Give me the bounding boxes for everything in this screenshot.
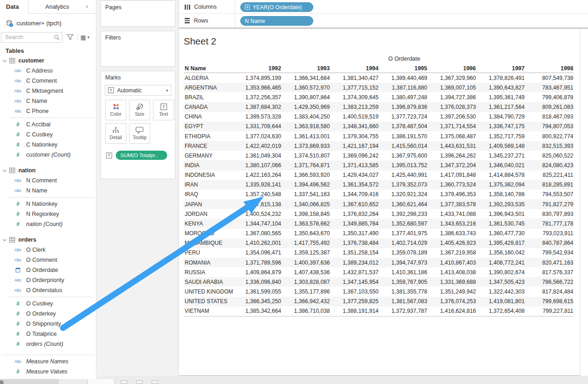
new-story-icon[interactable]: [152, 380, 158, 384]
value-cell[interactable]: 1,372,256,357: [235, 94, 281, 101]
value-cell[interactable]: 1,363,918,580: [281, 123, 330, 130]
value-cell[interactable]: 1,400,519,519: [330, 113, 379, 120]
value-cell[interactable]: 1,429,434,027: [330, 172, 379, 178]
value-cell[interactable]: 1,366,341,684: [281, 75, 330, 81]
value-cell[interactable]: 1,385,342,664: [235, 308, 281, 314]
column-field-header[interactable]: O Orderdate: [235, 56, 573, 62]
table-row[interactable]: PERU1,354,096,4711,359,125,3871,351,258,…: [184, 248, 573, 258]
value-cell[interactable]: 794,553,507: [525, 191, 573, 198]
value-cell[interactable]: 1,367,080,565: [235, 230, 281, 237]
table-row[interactable]: JORDAN1,400,524,2321,398,158,8451,376,83…: [184, 209, 573, 219]
value-cell[interactable]: 1,344,709,416: [330, 191, 379, 198]
value-cell[interactable]: 1,410,867,403: [427, 260, 476, 266]
marks-pill-sum-totalprice[interactable]: SUM(O Totalpr..: [116, 151, 167, 160]
table-group-header-orders[interactable]: orders: [0, 235, 96, 245]
value-cell[interactable]: 1,367,975,600: [379, 152, 427, 159]
field-c-comment[interactable]: C Comment: [0, 76, 96, 86]
value-cell[interactable]: 1,387,116,880: [379, 85, 427, 91]
row-header[interactable]: INDONESIA: [184, 172, 235, 178]
row-header[interactable]: VIETNAM: [184, 308, 235, 314]
value-cell[interactable]: 783,467,951: [525, 85, 573, 91]
value-cell[interactable]: 1,353,966,465: [235, 85, 281, 91]
value-cell[interactable]: 1,337,541,163: [281, 191, 330, 198]
value-cell[interactable]: 1,397,206,530: [427, 113, 476, 120]
value-cell[interactable]: 1,410,361,186: [379, 269, 427, 276]
value-cell[interactable]: 1,389,234,012: [330, 260, 379, 266]
value-cell[interactable]: 1,383,404,250: [281, 113, 330, 120]
active-sheet-tab-fragment[interactable]: [87, 379, 115, 384]
value-cell[interactable]: 1,390,802,674: [476, 269, 525, 276]
row-header[interactable]: ROMANIA: [184, 260, 235, 266]
value-cell[interactable]: 1,399,573,328: [235, 113, 281, 120]
datasource-tab-fragment[interactable]: [0, 379, 59, 384]
value-cell[interactable]: 1,359,767,905: [379, 279, 427, 285]
value-cell[interactable]: 1,421,167,194: [330, 143, 379, 149]
value-cell[interactable]: 1,388,191,914: [330, 308, 379, 314]
value-cell[interactable]: 1,395,361,749: [476, 94, 525, 101]
value-cell[interactable]: 1,348,341,660: [330, 123, 379, 130]
value-cell[interactable]: 1,390,643,827: [476, 85, 525, 91]
value-cell[interactable]: 1,407,438,536: [281, 269, 330, 276]
value-cell[interactable]: 1,340,066,825: [281, 201, 330, 208]
table-row[interactable]: UNITED KINGDOM1,361,599,0551,355,177,896…: [184, 287, 573, 296]
value-cell[interactable]: 1,413,408,038: [427, 269, 476, 276]
field-orders-count[interactable]: orders (Count): [0, 339, 96, 349]
value-cell[interactable]: 1,380,107,066: [235, 162, 281, 169]
value-cell[interactable]: 1,433,741,088: [427, 211, 476, 217]
value-cell[interactable]: 1,394,747,973: [379, 260, 427, 266]
value-cell[interactable]: 1,360,477,730: [476, 230, 525, 237]
value-cell[interactable]: 1,405,426,923: [427, 240, 476, 246]
field-customer-count[interactable]: customer (Count): [0, 150, 96, 160]
value-cell[interactable]: 820,471,163: [525, 260, 573, 266]
row-header[interactable]: GERMANY: [184, 152, 235, 159]
value-cell[interactable]: 1,386,191,570: [379, 133, 427, 140]
value-cell[interactable]: 1,395,013,752: [379, 162, 427, 169]
field-o-orderdate[interactable]: O Orderdate: [0, 265, 96, 275]
year-header-1997[interactable]: 1997: [476, 65, 525, 72]
value-cell[interactable]: 1,366,345,250: [235, 298, 281, 305]
field-measure-names[interactable]: Measure Names: [0, 356, 96, 367]
table-row[interactable]: MOZAMBIQUE1,410,262,0011,417,755,4921,37…: [184, 238, 573, 248]
tab-data[interactable]: Data: [0, 0, 28, 14]
row-header[interactable]: KENYA: [184, 220, 235, 227]
field-o-comment[interactable]: O Comment: [0, 255, 96, 265]
table-row[interactable]: KENYA1,344,747,1041,363,578,6621,349,885…: [184, 219, 573, 228]
field-c-acctbal[interactable]: C Acctbal: [0, 119, 96, 130]
value-cell[interactable]: 1,347,615,138: [235, 201, 281, 208]
row-header[interactable]: PERU: [184, 249, 235, 256]
value-cell[interactable]: 799,542,934: [525, 249, 573, 256]
value-cell[interactable]: 786,566,722: [525, 279, 573, 285]
row-header[interactable]: CANADA: [184, 104, 235, 110]
value-cell[interactable]: 1,419,081,801: [476, 298, 525, 305]
row-header[interactable]: CHINA: [184, 113, 235, 120]
size-button[interactable]: Size: [129, 100, 150, 120]
table-row[interactable]: BRAZIL1,372,256,3571,390,807,8641,374,30…: [184, 92, 573, 102]
row-header[interactable]: UNITED KINGDOM: [184, 288, 235, 295]
value-cell[interactable]: 1,352,717,759: [476, 133, 525, 140]
value-cell[interactable]: 1,375,068,487: [427, 133, 476, 140]
row-header[interactable]: JAPAN: [184, 201, 235, 208]
table-row[interactable]: ARGENTINA1,353,966,4651,360,572,9701,377…: [184, 83, 573, 92]
filter-fields-icon[interactable]: [67, 34, 74, 40]
chevron-down-icon[interactable]: [3, 237, 6, 241]
year-header-1998[interactable]: 1998: [525, 65, 573, 72]
table-row[interactable]: ALGERIA1,374,895,1991,366,341,6841,381,3…: [184, 73, 573, 83]
value-cell[interactable]: 1,417,091,848: [427, 172, 476, 178]
expand-plus-icon[interactable]: [245, 5, 250, 10]
value-cell[interactable]: 817,576,337: [525, 269, 573, 276]
value-cell[interactable]: 818,285,891: [525, 181, 573, 188]
field-o-orderpriority[interactable]: O Orderpriority: [0, 275, 96, 285]
value-cell[interactable]: 1,372,654,408: [476, 308, 525, 314]
value-cell[interactable]: 1,361,530,745: [476, 220, 525, 227]
table-row[interactable]: INDONESIA1,422,163,2641,366,593,9201,429…: [184, 170, 573, 180]
value-cell[interactable]: 1,395,429,817: [476, 240, 525, 246]
value-cell[interactable]: 799,406,878: [525, 94, 573, 101]
value-cell[interactable]: 1,400,524,232: [235, 211, 281, 217]
field-o-orderkey[interactable]: O Orderkey: [0, 309, 96, 319]
value-cell[interactable]: 807,549,738: [525, 75, 573, 81]
row-header[interactable]: IRAQ: [184, 191, 235, 198]
value-cell[interactable]: 1,379,304,755: [330, 133, 379, 140]
value-cell[interactable]: 1,360,621,464: [379, 201, 427, 208]
field-o-totalprice[interactable]: O Totalprice: [0, 329, 96, 339]
value-cell[interactable]: 1,360,572,970: [281, 85, 330, 91]
